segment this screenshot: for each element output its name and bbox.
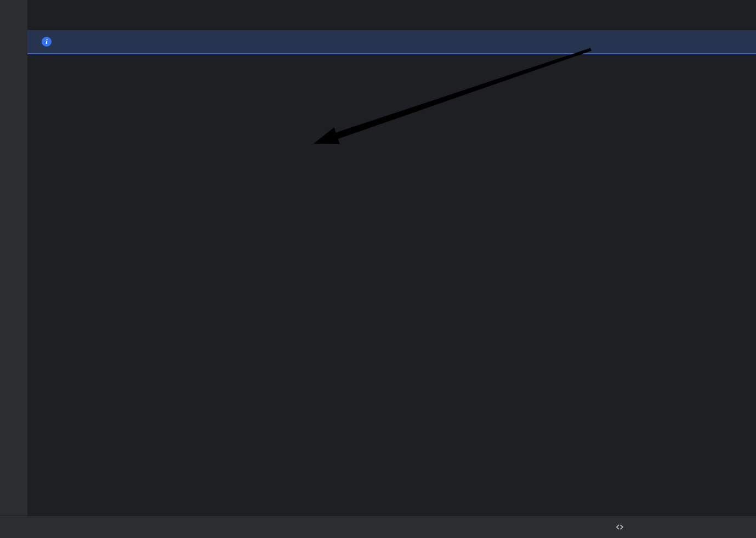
ide-window: i xyxy=(0,0,756,538)
clipped-code-line xyxy=(27,55,756,60)
left-tool-stripe xyxy=(0,0,27,516)
status-widgets xyxy=(576,516,629,538)
status-bar xyxy=(0,516,756,538)
editor-tab-bar xyxy=(27,0,756,30)
code-editor[interactable] xyxy=(27,55,756,516)
inspections-icon xyxy=(615,523,625,533)
decompiled-file-banner: i xyxy=(27,30,756,54)
inspections-widget[interactable] xyxy=(615,523,629,533)
info-icon: i xyxy=(42,37,52,47)
